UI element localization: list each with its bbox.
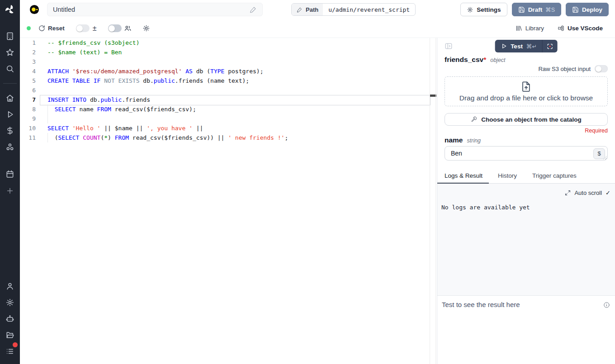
choose-object-label: Choose an object from the catalog: [481, 116, 581, 123]
line-number: 1: [20, 38, 36, 47]
script-title: Untitled: [53, 6, 75, 13]
required-asterisk: *: [483, 56, 486, 63]
raw-s3-toggle[interactable]: [595, 65, 608, 72]
notification-dot: [13, 342, 18, 347]
code-editor[interactable]: 1-- $friends_csv (s3object)2-- $name (te…: [20, 38, 437, 364]
deploy-button[interactable]: Deploy: [566, 3, 609, 16]
duckdb-language-icon: [29, 5, 39, 14]
folders-icon[interactable]: [5, 331, 14, 340]
file-dropzone[interactable]: Drag and drop a file here or click to br…: [445, 76, 608, 106]
code-line-3[interactable]: 3: [20, 57, 437, 66]
resources-icon[interactable]: [5, 142, 14, 151]
autoscroll-checkmark[interactable]: ✓: [606, 189, 610, 196]
reset-label: Reset: [48, 25, 65, 32]
code-line-10[interactable]: 10SELECT 'Hello ' || $name || ', you hav…: [20, 123, 437, 133]
insert-variable-button[interactable]: $: [593, 148, 605, 159]
expand-logs-icon[interactable]: [565, 190, 571, 196]
settings-gear-icon[interactable]: [5, 298, 14, 307]
test-button[interactable]: Test ⌘↵: [495, 43, 542, 50]
path-chip[interactable]: Path u/admin/reverent_script: [291, 3, 416, 16]
code-line-5[interactable]: 5CREATE TABLE IF NOT EXISTS db.public.fr…: [20, 76, 437, 85]
variables-dollar-icon[interactable]: [5, 126, 14, 135]
line-number: 11: [20, 133, 36, 142]
arg-friends-csv-header: friends_csv* object: [445, 56, 608, 64]
required-hint: Required: [445, 128, 608, 135]
no-logs-message: No logs are available yet: [441, 204, 615, 211]
home-icon[interactable]: [5, 94, 14, 103]
code-line-2[interactable]: 2-- $name (text) = Ben: [20, 47, 437, 57]
draft-shortcut: ⌘S: [545, 6, 555, 13]
arg-name-label: name: [445, 136, 463, 144]
diff-toggle[interactable]: [76, 24, 90, 32]
collab-toggle[interactable]: [108, 24, 122, 32]
arg-name-label: friends_csv*: [445, 56, 486, 64]
library-button[interactable]: Library: [516, 25, 544, 32]
queue-list-icon[interactable]: [5, 347, 14, 356]
logs-panel: Auto scroll ✓ No logs are available yet: [437, 184, 615, 295]
tab-logs-result[interactable]: Logs & Result: [445, 172, 483, 183]
windmill-logo[interactable]: [4, 4, 16, 15]
reset-button[interactable]: Reset: [38, 25, 65, 32]
tab-history[interactable]: History: [498, 172, 517, 183]
code-line-6[interactable]: 6: [20, 85, 437, 95]
library-label: Library: [525, 25, 544, 32]
result-tabs: Logs & Result History Trigger captures: [437, 172, 615, 184]
use-vscode-button[interactable]: Use VScode: [558, 25, 603, 32]
line-number: 9: [20, 114, 36, 123]
edit-title-pencil-icon[interactable]: [250, 6, 257, 13]
line-number: 5: [20, 76, 36, 85]
line-number: 6: [20, 85, 36, 95]
choose-object-button[interactable]: Choose an object from the catalog: [445, 113, 608, 126]
line-number: 8: [20, 104, 36, 114]
arg-name-header: name string: [445, 136, 608, 144]
result-placeholder: Test to see the result here: [442, 301, 520, 308]
panel-collapse-icon[interactable]: [445, 42, 453, 50]
autoscroll-label[interactable]: Auto scroll: [574, 189, 602, 196]
code-area: 1-- $friends_csv (s3object)2-- $name (te…: [20, 38, 437, 142]
line-number: 10: [20, 123, 36, 133]
dropzone-text: Drag and drop a file here or click to br…: [459, 94, 593, 102]
user-icon[interactable]: [5, 282, 14, 291]
result-panel: Test to see the result here: [437, 295, 615, 364]
plus-minus-icon: ±: [93, 24, 97, 33]
line-number: 4: [20, 66, 36, 76]
users-icon: [124, 24, 132, 32]
draft-button[interactable]: Draft ⌘S: [512, 3, 561, 16]
code-line-9[interactable]: 9: [20, 114, 437, 123]
tab-trigger-captures[interactable]: Trigger captures: [532, 172, 577, 183]
test-button-group: Test ⌘↵: [495, 40, 558, 52]
settings-button[interactable]: Settings: [460, 3, 507, 16]
vscode-label: Use VScode: [568, 25, 603, 32]
code-line-11[interactable]: 11 (SELECT COUNT(*) FROM read_csv($frien…: [20, 133, 437, 142]
run-panel: Test ⌘↵ friends_csv* object Raw S3 objec…: [437, 38, 615, 364]
path-value: u/admin/reverent_script: [323, 4, 415, 15]
workspace-icon[interactable]: [5, 32, 14, 41]
search-icon[interactable]: [5, 64, 14, 73]
editor-settings-gear-icon[interactable]: [142, 24, 150, 32]
path-label-segment[interactable]: Path: [292, 4, 323, 15]
line-number: 7: [20, 95, 36, 104]
status-dot: [27, 26, 31, 30]
settings-label: Settings: [477, 6, 501, 13]
test-label: Test: [511, 43, 523, 50]
line-number: 2: [20, 47, 36, 57]
add-plus-icon[interactable]: [5, 186, 14, 195]
code-line-8[interactable]: 8 SELECT name FROM read_csv($friends_csv…: [20, 104, 437, 114]
schedules-calendar-icon[interactable]: [5, 170, 14, 179]
editor-toolbar: Reset ± Library Use VScode: [20, 19, 615, 38]
code-line-4[interactable]: 4ATTACH '$res:u/demo/amazed_postgresql' …: [20, 66, 437, 76]
script-title-input[interactable]: Untitled: [47, 3, 263, 16]
left-sidebar: [0, 0, 20, 364]
path-label: Path: [306, 6, 318, 13]
code-line-7[interactable]: 7INSERT INTO db.public.friends: [20, 95, 437, 104]
name-text-input[interactable]: Ben $: [445, 146, 608, 161]
arg-type-label: string: [467, 137, 481, 144]
code-line-1[interactable]: 1-- $friends_csv (s3object): [20, 38, 437, 47]
capture-test-button[interactable]: [542, 40, 558, 52]
favorites-star-icon[interactable]: [5, 48, 14, 57]
ai-robot-icon[interactable]: [5, 314, 14, 323]
deploy-label: Deploy: [582, 6, 602, 13]
runs-play-icon[interactable]: [5, 110, 14, 119]
raw-s3-label: Raw S3 object input: [538, 66, 591, 72]
info-icon[interactable]: [603, 302, 610, 308]
